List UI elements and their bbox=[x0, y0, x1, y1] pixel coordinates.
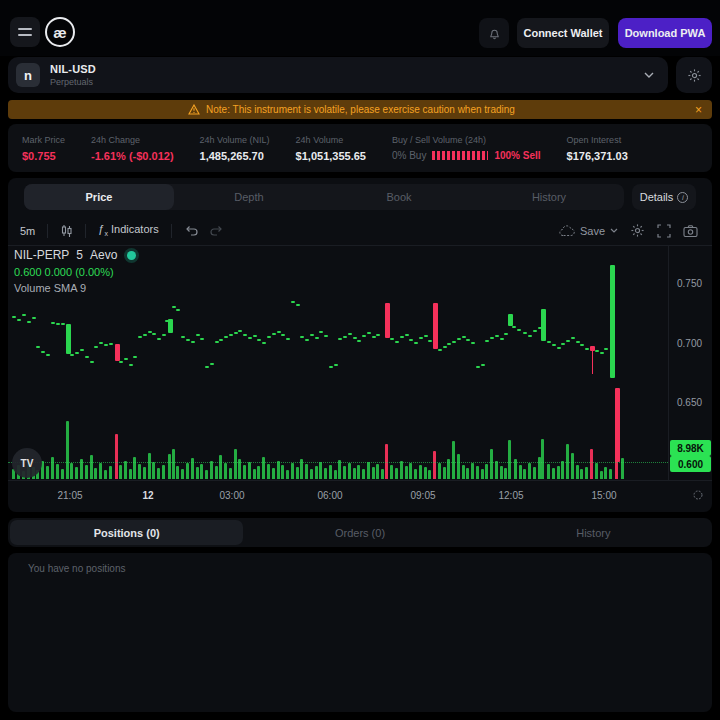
candle-dash bbox=[533, 330, 537, 332]
candle-dash bbox=[181, 336, 185, 338]
time-tick: 09:05 bbox=[410, 489, 435, 500]
aevo-logo[interactable]: æ bbox=[45, 17, 75, 47]
volume-bar bbox=[234, 449, 237, 479]
tab-depth[interactable]: Depth bbox=[174, 184, 324, 210]
logo-text: æ bbox=[53, 24, 66, 41]
indicators-button[interactable]: ƒx Indicators bbox=[98, 223, 158, 237]
time-axis-settings-icon[interactable] bbox=[692, 489, 704, 501]
volume-bar bbox=[286, 470, 289, 479]
status-dot bbox=[127, 251, 136, 260]
volume-bar bbox=[324, 468, 327, 479]
instrument-settings-button[interactable] bbox=[676, 57, 712, 93]
candlestick-style-icon[interactable] bbox=[60, 224, 73, 238]
volume-bar bbox=[533, 467, 536, 479]
volume-bar bbox=[253, 469, 256, 479]
candle-dash bbox=[528, 335, 532, 337]
volume-bar bbox=[90, 455, 93, 479]
details-button[interactable]: Details i bbox=[632, 184, 696, 210]
time-tick: 03:00 bbox=[219, 489, 244, 500]
volume-bar bbox=[376, 464, 379, 479]
portfolio-tabs: Positions (0) Orders (0) History bbox=[8, 518, 712, 547]
candle-dash bbox=[557, 347, 561, 349]
volume-bar bbox=[508, 440, 511, 479]
candle-dash bbox=[300, 336, 304, 338]
candle-body bbox=[433, 303, 438, 349]
volume-bar bbox=[119, 465, 122, 479]
candle-dash bbox=[561, 343, 565, 345]
candle-dash bbox=[310, 334, 314, 336]
price-chart[interactable]: NIL-PERP 5 Aevo 0.600 0.000 (0.00%) Volu… bbox=[8, 246, 668, 480]
stat-24h-volume-usd: 24h Volume $1,051,355.65 bbox=[296, 135, 366, 162]
volume-bar bbox=[414, 469, 417, 479]
tab-orders[interactable]: Orders (0) bbox=[243, 520, 476, 545]
volatility-warning-banner: Note: This instrument is volatile, pleas… bbox=[8, 100, 712, 119]
volume-bar bbox=[471, 463, 474, 479]
save-layout-button[interactable]: Save bbox=[559, 225, 618, 237]
menu-button[interactable] bbox=[10, 17, 40, 47]
candle-dash bbox=[272, 333, 276, 335]
notifications-button[interactable] bbox=[479, 18, 509, 48]
tab-positions[interactable]: Positions (0) bbox=[10, 520, 243, 545]
empty-positions-message: You have no positions bbox=[28, 563, 126, 574]
candle-dash bbox=[41, 351, 45, 353]
candle-dash bbox=[70, 354, 74, 356]
candle-dash bbox=[443, 346, 447, 348]
candle-dash bbox=[61, 323, 65, 325]
instrument-selector[interactable]: n NIL-USD Perpetuals bbox=[8, 57, 668, 93]
time-axis[interactable]: 21:051203:0006:0009:0512:0515:00 bbox=[8, 480, 712, 508]
redo-icon[interactable] bbox=[210, 225, 224, 236]
download-pwa-button[interactable]: Download PWA bbox=[618, 18, 712, 48]
volume-bar bbox=[476, 466, 479, 479]
candle-dash bbox=[234, 332, 238, 334]
warning-triangle-icon bbox=[188, 104, 200, 115]
camera-icon[interactable] bbox=[683, 225, 698, 237]
chevron-down-icon bbox=[644, 72, 654, 78]
volume-bar bbox=[99, 463, 102, 479]
volume-bar bbox=[590, 449, 593, 479]
volume-bar bbox=[357, 465, 360, 479]
tab-book[interactable]: Book bbox=[324, 184, 474, 210]
volume-bar bbox=[109, 466, 112, 479]
price-axis[interactable]: 0.7500.7000.6508.98K0.600 bbox=[668, 246, 712, 480]
candle-dash bbox=[600, 352, 604, 354]
candle-dash bbox=[157, 338, 161, 340]
interval-button[interactable]: 5m bbox=[20, 225, 35, 237]
candle-dash bbox=[566, 340, 570, 342]
chevron-down-icon bbox=[610, 228, 618, 233]
volume-bar bbox=[257, 466, 260, 479]
candle-dash bbox=[585, 348, 589, 350]
tradingview-watermark: TV bbox=[12, 448, 42, 478]
volume-bar bbox=[176, 466, 179, 479]
candle-wick bbox=[592, 346, 593, 374]
tab-history[interactable]: History bbox=[474, 184, 624, 210]
volume-bar bbox=[267, 464, 270, 479]
candle-dash bbox=[27, 321, 31, 323]
undo-icon[interactable] bbox=[184, 225, 198, 236]
volume-bar bbox=[56, 464, 59, 479]
chart-settings-gear-icon[interactable] bbox=[630, 223, 645, 238]
fullscreen-icon[interactable] bbox=[657, 224, 671, 238]
tab-price[interactable]: Price bbox=[24, 184, 174, 210]
volume-bar bbox=[319, 462, 322, 479]
legend-ohlc: 0.600 0.000 (0.00%) bbox=[14, 266, 136, 278]
volume-bar bbox=[424, 467, 427, 479]
close-icon[interactable]: × bbox=[695, 104, 702, 116]
tab-trade-history[interactable]: History bbox=[477, 520, 710, 545]
candle-dash bbox=[512, 326, 516, 328]
stat-24h-volume-nil: 24h Volume (NIL) 1,485,265.70 bbox=[200, 135, 270, 162]
candle-dash bbox=[428, 340, 432, 342]
buy-percent: 0% Buy bbox=[392, 150, 426, 161]
candle-dash bbox=[576, 341, 580, 343]
candle-dash bbox=[405, 334, 409, 336]
volume-bar bbox=[547, 464, 550, 479]
connect-wallet-button[interactable]: Connect Wallet bbox=[517, 18, 609, 48]
volume-bar bbox=[291, 463, 294, 479]
candle-body bbox=[385, 303, 390, 338]
candle-dash bbox=[32, 317, 36, 319]
market-stats-bar: Mark Price $0.755 24h Change -1.61% (-$0… bbox=[8, 124, 712, 172]
candle-dash bbox=[262, 342, 266, 344]
volume-bar bbox=[143, 467, 146, 479]
volume-bar bbox=[305, 464, 308, 479]
volume-bar bbox=[296, 467, 299, 479]
volume-bar bbox=[148, 453, 151, 479]
